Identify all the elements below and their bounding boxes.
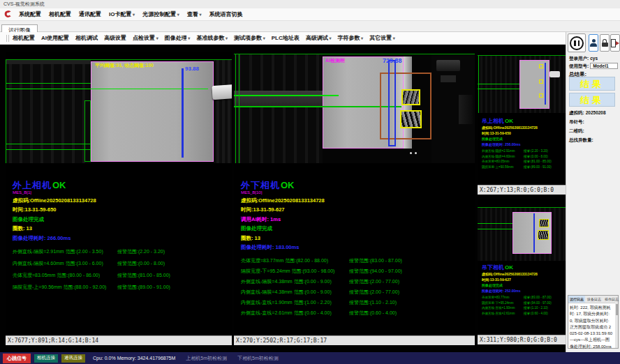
menu-camera-config[interactable]: 相机配置 (49, 10, 71, 18)
window-titlebar: CVS-视觉检测系统 (0, 0, 620, 8)
log-scrollbar[interactable] (615, 303, 618, 348)
log-tab-run[interactable]: 运行日志 (568, 296, 585, 303)
green-measure-line (234, 95, 339, 96)
green-measure-line (6, 144, 91, 144)
exit-icon (611, 39, 619, 47)
camera-view-center: AI检测框 729.88 外下相机OK MES_B[10] 虚拟码:Offlin… (234, 52, 475, 345)
measurement-value: 隔膜宽度-上=90.56mm (482, 165, 524, 169)
log-tab-operation[interactable]: 操作日志 (603, 296, 620, 303)
result-badge-1: 结果 (569, 77, 615, 91)
pause-button[interactable] (568, 33, 586, 52)
yellow-marker (539, 93, 543, 98)
tool-camera-config[interactable]: 相机配置 (13, 34, 35, 42)
round-line: 圈数: 13 (13, 225, 230, 232)
result-ok-badge: OK (52, 180, 66, 190)
mes-tag: MES_B[10] (241, 190, 473, 195)
camera-image-mini-top[interactable] (478, 55, 566, 113)
exit-button[interactable] (610, 34, 620, 52)
yellow-marker (539, 64, 543, 68)
green-vertical-line (239, 54, 239, 163)
menu-system-config[interactable]: 系统配置 (19, 10, 41, 18)
menu-io-card-config[interactable]: IO卡配置 (109, 10, 135, 18)
green-measure-line (478, 84, 519, 84)
measurement-value: 外侧直线-隔膜=2.91mm 范围:(2.00 - 3.50) (13, 248, 117, 255)
menu-comm-config[interactable]: 通讯配置 (79, 10, 101, 18)
measurement-alarm: 报警范围:(81.00 - 85.00) (117, 273, 170, 278)
tool-image-processing[interactable]: 图像处理 (165, 34, 191, 42)
machinery-detail (441, 75, 456, 82)
measurement-row: 隔膜宽度-上=90.56mm 范围:(88.00 - 92.00)报警范围:(8… (13, 284, 230, 291)
elapsed-line: 图像处理耗时: 258.00ms (482, 142, 564, 146)
tool-ai-usage-config[interactable]: AI使用配置 (41, 34, 69, 42)
blue-measure-line (182, 68, 184, 158)
camera-image-mini-bottom[interactable] (478, 207, 566, 261)
virtual-code-row: 虚拟码:20250208 (569, 110, 606, 116)
blue-measure-line (533, 213, 535, 252)
log-tab-device[interactable]: 设备日志 (586, 296, 603, 303)
menu-light-control-config[interactable]: 光源控制配置 (142, 10, 179, 18)
tool-test-item-params[interactable]: 测试项参数 (234, 34, 265, 42)
machinery-detail (459, 95, 473, 124)
menu-language-switch[interactable]: 系统语言切换 (209, 10, 243, 18)
result-text-mini-bottom: 吊下相机OK 虚拟码:Offline20250208133134728 时间:1… (482, 265, 564, 317)
tool-other-settings[interactable]: 其它设置 (369, 34, 395, 42)
measurement-row: 外侧直线-隔膜=4.38mm 范围:(0.00 - 9.00)报警范围:(2.0… (241, 278, 473, 285)
log-text: 耗时: 222, 瑕疵检测耗时: 17, 瑕疵分类耗时: 0, 瑕疵提取分区耗时… (568, 303, 618, 351)
tool-char-params[interactable]: 字符参数 (337, 34, 363, 42)
camera-view-left: 平均阈值:93, 动态阈值:100 93.88 外上相机OK MES_B[1] … (6, 52, 232, 345)
measurement-value: 壳体宽度=83.05mm (482, 160, 524, 163)
cpu-memory-status: Cpu: 0.0% Memory: 3424.41796875M (93, 356, 175, 361)
model-select[interactable]: Model1 (590, 63, 618, 69)
tool-baseline-params[interactable]: 基准线参数 (196, 34, 228, 42)
blue-measure-value: 729.88 (383, 57, 402, 64)
virtual-code-label: 虚拟码: (569, 110, 584, 115)
camera-result-header: 外下相机OK (241, 181, 473, 190)
menu-view[interactable]: 查看 (187, 10, 202, 18)
result-text-left: 外上相机OK MES_B[1] 虚拟码:Offline2025020813313… (13, 181, 230, 296)
measurement-list: 壳体宽度=83.77mm报警:(83.00 - 87.00) 隔膜宽度-下=95… (482, 296, 564, 315)
tab-strip: 运行图像 (0, 21, 620, 32)
measurement-alarm: 报警范围:(1.10 - 2.10) (349, 300, 397, 305)
pixel-status-bar: X:311;Y:980;R:0;G:0;B:0 (478, 335, 566, 344)
measurement-value: 隔膜宽度-下=95.24mm (482, 301, 524, 305)
measurement-row: 壳体宽度=83.77mm报警:(83.00 - 87.00) (482, 296, 564, 299)
green-vertical-line (6, 60, 6, 163)
toolbar-grip[interactable] (6, 35, 9, 42)
measurement-value: 内侧直线-隔膜=4.60mm (482, 155, 524, 158)
measurement-alarm: 报警:(2.20 - 3.20) (524, 149, 548, 153)
login-user-row: 登录用户:cys (569, 56, 598, 62)
measurement-alarm: 报警范围:(0.60 - 4.00) (349, 310, 397, 315)
yellow-defect-rect (400, 110, 422, 128)
right-control-panel: 登录用户:cys 使用型号:Model1 总结果: 结果 结果 虚拟码:2025… (566, 32, 620, 352)
tool-advanced-debug[interactable]: 高级调试 (306, 34, 332, 42)
log-tab-strip: 运行日志 设备日志 操作日志 (568, 296, 618, 303)
tool-advanced-settings[interactable]: 高级设置 (104, 34, 126, 42)
camera-result-header: 吊上相机OK (482, 119, 564, 124)
camera-image-center[interactable]: AI检测框 729.88 (234, 54, 475, 163)
camera-result-header: 外上相机OK (13, 181, 230, 190)
blue-measure-line (545, 63, 546, 105)
measurement-value: 内侧直线-直线=1.90mm (482, 306, 524, 310)
tool-spot-check[interactable]: 点检设置 (133, 34, 158, 42)
camera-name: 吊下相机 (482, 264, 504, 271)
yellow-defect-rect (401, 89, 420, 105)
task-down-camera: 下相机5m初检检测 (237, 355, 279, 362)
time-line: 时间:13-31-59-650 (13, 206, 230, 213)
measurement-value: 内侧直线-隔膜=4.60mm 范围:(3.00 - 6.00) (13, 260, 117, 267)
lock-button[interactable] (600, 34, 610, 52)
measurement-row: 隔膜宽度-下=95.24mm报警:(94.00 - 97.00) (482, 301, 564, 305)
measurement-row: 外侧直线-直线=2.61mm 范围:(0.60 - 4.00)报警范围:(0.6… (241, 310, 473, 317)
tool-camera-debug[interactable]: 相机调试 (75, 34, 98, 42)
login-user-value: cys (590, 56, 598, 61)
tool-plc-address-table[interactable]: PLC地址表 (272, 34, 300, 42)
electrode-tab-clip (549, 71, 560, 77)
switch-user-button[interactable] (589, 34, 598, 52)
qr-code-label: 二维码: (569, 128, 584, 135)
yellow-defect-rect (538, 230, 549, 240)
machinery-shelf (234, 91, 323, 107)
blue-measure-value: 93.88 (185, 66, 199, 72)
camera-image-left[interactable]: 平均阈值:93, 动态阈值:100 93.88 (6, 59, 232, 163)
yellow-defect-rect (539, 219, 549, 227)
threshold-label: 平均阈值:93, 动态阈值:100 (95, 62, 154, 69)
virtual-code-line: 虚拟码:Offline20250208133134728 (13, 197, 230, 204)
